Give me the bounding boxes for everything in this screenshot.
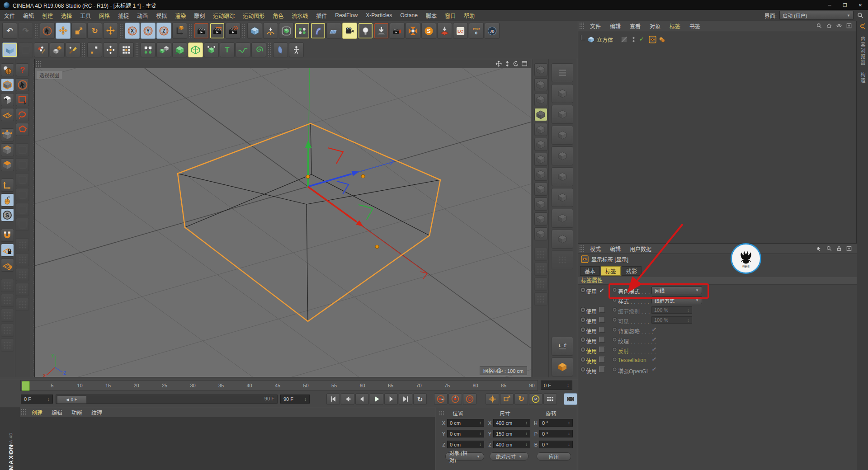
command-slot[interactable]: [552, 126, 573, 145]
timeline-slider[interactable]: ◀0 F 90 F: [56, 395, 278, 404]
tool-slot[interactable]: [16, 143, 29, 156]
menu-item[interactable]: 渲染: [171, 12, 190, 19]
menu-drag-handle[interactable]: [579, 22, 585, 29]
goto-start-button[interactable]: [326, 393, 340, 405]
use-radio[interactable]: [580, 357, 586, 362]
add-panel-icon[interactable]: [845, 245, 853, 252]
redo-button[interactable]: ↷: [18, 23, 33, 39]
model-mode[interactable]: [1, 78, 14, 91]
use-radio[interactable]: [580, 347, 586, 352]
visibility-spinner[interactable]: 100 %↕: [651, 316, 692, 324]
object-manager-menu-item[interactable]: 书签: [685, 22, 705, 30]
sky-button[interactable]: [374, 23, 389, 39]
x-particles-button[interactable]: [406, 23, 420, 39]
subdivision-surface-button[interactable]: [279, 23, 294, 39]
menu-item[interactable]: 创建: [38, 12, 57, 19]
size-z-field[interactable]: 400 cm↕: [493, 441, 530, 448]
floor-button[interactable]: [326, 23, 341, 39]
menu-item[interactable]: RealFlow: [331, 12, 362, 19]
command-slot[interactable]: [552, 188, 573, 207]
object-manager-menu-item[interactable]: 查看: [625, 22, 645, 30]
menu-item[interactable]: 选择: [57, 12, 76, 19]
texture-check[interactable]: ✓: [651, 336, 656, 343]
rotation-b-field[interactable]: 0 °↕: [539, 441, 573, 448]
enabled-check-icon[interactable]: ✓: [639, 36, 647, 43]
material-menu-item[interactable]: 编辑: [47, 409, 67, 416]
tool-slot[interactable]: [16, 298, 29, 311]
material-menu-item[interactable]: 纹理: [87, 409, 107, 416]
tool-slot[interactable]: [16, 253, 29, 266]
menu-drag-handle[interactable]: [36, 61, 41, 67]
tessellation-check[interactable]: ✓: [651, 356, 656, 362]
command-slot[interactable]: [552, 209, 573, 228]
lock-icon[interactable]: [835, 245, 843, 252]
record-keyframe-button[interactable]: [434, 393, 448, 405]
points-mode[interactable]: [1, 128, 14, 141]
edges-mode[interactable]: [1, 143, 14, 156]
render-view-button[interactable]: [194, 23, 209, 39]
position-x-field[interactable]: 0 cm↕: [447, 419, 484, 427]
points-tool[interactable]: [87, 42, 102, 57]
polygon-points-tool[interactable]: [119, 42, 134, 57]
tool-slot[interactable]: [16, 268, 29, 281]
use-checkbox[interactable]: [599, 357, 605, 362]
jb-plugin-button[interactable]: JB: [485, 23, 500, 39]
filter-icon[interactable]: [835, 22, 843, 29]
menu-item[interactable]: X-Particles: [362, 12, 396, 19]
viewport-zoom-icon[interactable]: [504, 61, 511, 67]
use-checkbox[interactable]: [599, 367, 605, 372]
material-list-area[interactable]: [20, 417, 435, 470]
rotation-h-field[interactable]: 0 °↕: [539, 419, 573, 427]
close-button[interactable]: ✕: [853, 0, 868, 10]
tool-slot[interactable]: [16, 188, 29, 201]
command-slot[interactable]: [552, 105, 573, 124]
param-radio[interactable]: [612, 357, 617, 362]
menu-item[interactable]: 插件: [312, 12, 331, 19]
extrude-tool[interactable]: [172, 42, 187, 57]
palette-slot[interactable]: [1, 279, 14, 292]
mograph-cloner-button[interactable]: [295, 23, 310, 39]
previous-frame-button[interactable]: [355, 393, 369, 405]
menu-item[interactable]: 文件: [0, 12, 19, 19]
backface-check[interactable]: ✓: [651, 326, 656, 333]
material-menu-item[interactable]: 功能: [67, 409, 87, 416]
record-position-toggle[interactable]: [486, 393, 499, 405]
menu-item[interactable]: 捕捉: [114, 12, 133, 19]
command-slot[interactable]: [534, 108, 547, 121]
record-pla-toggle[interactable]: [543, 393, 557, 405]
play-button[interactable]: [370, 393, 383, 405]
render-settings-button[interactable]: [226, 23, 241, 39]
polygon-pen-tool[interactable]: [141, 42, 156, 57]
polygons-mode[interactable]: [1, 158, 14, 171]
text-tool[interactable]: T: [220, 42, 235, 57]
palette-slot[interactable]: [1, 338, 14, 352]
enable-axis-mode[interactable]: [1, 179, 14, 192]
workplane-rotate-toggle[interactable]: [1, 258, 14, 272]
vertex-paint-tool[interactable]: [34, 42, 49, 57]
palette-slot[interactable]: [1, 294, 14, 307]
display-tag-icon[interactable]: [649, 36, 656, 43]
drop-to-floor-button[interactable]: [437, 23, 452, 39]
cube-command[interactable]: [552, 357, 573, 376]
command-slot[interactable]: [534, 63, 547, 76]
camera-button[interactable]: [342, 23, 357, 39]
make-editable-button[interactable]: [2, 42, 17, 57]
layer-toggle-icon[interactable]: [620, 36, 628, 43]
menu-item[interactable]: 运动跟踪: [209, 12, 239, 19]
tool-slot[interactable]: [16, 203, 29, 216]
object-manager-menu-item[interactable]: 对象: [645, 22, 665, 30]
timeline-mode-button[interactable]: [564, 393, 577, 405]
command-slot[interactable]: [534, 78, 547, 91]
command-slot[interactable]: [552, 84, 573, 103]
record-parameter-toggle[interactable]: P: [529, 393, 542, 405]
size-y-field[interactable]: 150 cm↕: [493, 430, 530, 437]
psr-zero-button[interactable]: PSR0: [469, 23, 484, 39]
rectangle-selection-tool[interactable]: [16, 93, 29, 106]
move-tool[interactable]: [56, 23, 71, 39]
menu-item[interactable]: 流水线: [288, 12, 312, 19]
menu-item[interactable]: 工具: [76, 12, 95, 19]
add-panel-icon[interactable]: [845, 22, 853, 29]
deformer-button[interactable]: [311, 23, 326, 39]
maximize-button[interactable]: ❐: [837, 0, 853, 10]
phong-tag-icon[interactable]: [658, 36, 666, 43]
